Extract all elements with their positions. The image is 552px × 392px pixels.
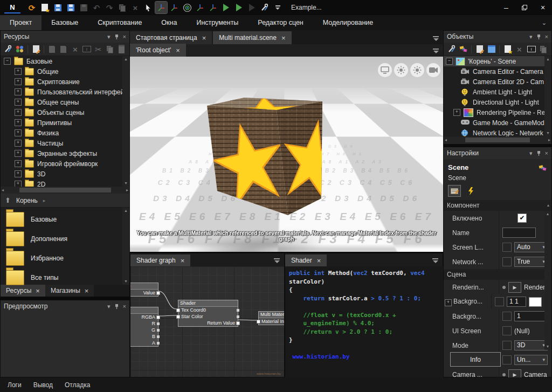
expand-icon[interactable]: + (15, 99, 22, 106)
multi-material-node[interactable]: Multi MateriaMaterial Ind (258, 311, 284, 325)
tab-list-icon[interactable] (433, 36, 439, 41)
redo-icon[interactable]: ↷ (104, 2, 115, 13)
tab-shader-graph[interactable]: Shader graph × (130, 255, 190, 266)
expand-icon[interactable]: + (15, 140, 22, 147)
close-icon[interactable]: × (545, 150, 548, 156)
collapse-icon[interactable]: − (446, 58, 453, 65)
object-item-root[interactable]: −'Корень' - Scene (444, 56, 544, 66)
close-icon[interactable]: × (85, 287, 89, 295)
play-scene-icon[interactable] (220, 2, 232, 13)
close-icon[interactable]: × (317, 257, 321, 265)
tab-ресурсы[interactable]: Ресурсы× (1, 285, 45, 297)
duplicate-icon[interactable] (538, 44, 548, 54)
lighting-icon[interactable] (394, 63, 408, 77)
restore-button[interactable] (515, 0, 534, 15)
sun-icon[interactable] (410, 63, 424, 77)
play-disabled-icon[interactable] (246, 2, 258, 13)
output-port[interactable] (157, 342, 160, 345)
output-port[interactable] (237, 322, 239, 325)
close-icon[interactable]: × (545, 34, 548, 40)
export-icon[interactable] (58, 44, 68, 54)
default-indicator[interactable] (502, 341, 512, 350)
close-icon[interactable]: × (123, 304, 126, 310)
tab-list-icon[interactable] (432, 258, 438, 263)
save-as-icon[interactable] (65, 2, 77, 13)
output-port[interactable] (157, 292, 160, 294)
default-indicator[interactable] (495, 297, 504, 306)
import-icon[interactable] (47, 44, 57, 54)
panel-menu-chevron-icon[interactable]: ▾ (529, 150, 533, 156)
tree-item-4[interactable]: +Общее сцены (1, 97, 122, 107)
input-port[interactable] (257, 320, 260, 323)
duplicate-icon[interactable] (116, 2, 128, 13)
transform-tool-icon[interactable] (207, 2, 219, 13)
minimize-button[interactable]: – (497, 0, 515, 15)
toolbar-overflow-icon[interactable] (272, 2, 284, 13)
info-button[interactable]: Info (450, 352, 501, 367)
shader-code-editor[interactable]: public int Method(vec2 texCoord0, vec4st… (285, 266, 446, 380)
tree-item-11[interactable]: +3D (1, 169, 122, 179)
color-swatch[interactable] (529, 297, 542, 307)
dropdown[interactable]: Auto▾ (514, 242, 548, 252)
scene-viewport[interactable]: G6 G7 G8 G1 G2 G3 G4 G5 G6H8 H1 H2 H3 H4… (130, 57, 443, 252)
new-child-icon[interactable]: ★ (502, 44, 513, 54)
input-port[interactable] (177, 315, 180, 318)
expand-icon[interactable]: + (15, 150, 22, 157)
play-game-icon[interactable] (233, 2, 245, 13)
tab-shader[interactable]: Shader × (285, 255, 327, 266)
tree-item-6[interactable]: +Примитивы (1, 118, 122, 128)
expand-icon[interactable]: + (15, 119, 22, 126)
shader-graph-canvas[interactable]: tor2 (get)ValueRGBARGBAShaderTex Coord0S… (130, 266, 284, 377)
pin-icon[interactable] (536, 150, 541, 156)
tree-item-12[interactable]: +2D (1, 179, 122, 187)
paste-icon[interactable] (116, 44, 127, 54)
up-arrow-icon[interactable]: ⬆ (5, 196, 11, 204)
rename-icon[interactable]: I (82, 44, 92, 54)
select-tool-icon[interactable] (142, 2, 154, 13)
close-icon[interactable]: × (36, 287, 40, 295)
dropdown[interactable]: 3D▾ (514, 340, 548, 350)
folder-list-vscrollbar[interactable]: ▴▾ (122, 208, 129, 285)
menu-item-6[interactable]: Редактор сцен (248, 15, 313, 30)
expand-reference-button[interactable]: ▶ (508, 282, 521, 293)
tree-item-1[interactable]: +Общие (1, 66, 122, 77)
tab-list-icon[interactable] (274, 258, 280, 263)
object-item-7[interactable]: Network Logic - Network (444, 128, 544, 136)
texture-sample-node[interactable]: RGBARGBA (130, 307, 158, 347)
cut-icon[interactable]: ✂ (93, 44, 104, 54)
dropdown[interactable]: Un...▾ (514, 355, 548, 365)
vector2-get-node[interactable]: tor2 (get)Value (130, 283, 158, 297)
tree-item-8[interactable]: +Частицы (1, 138, 122, 148)
folder-item-2[interactable]: Дополнения (1, 229, 122, 249)
move-tool-icon[interactable] (155, 2, 167, 13)
scroll-up-icon[interactable]: ▴ (547, 200, 549, 211)
default-indicator[interactable] (502, 326, 512, 335)
object-item-5[interactable]: +Rendering Pipeline - Ren (444, 107, 544, 118)
text-field[interactable]: 1 (514, 311, 548, 321)
rotate-tool-icon[interactable] (168, 2, 180, 13)
expand-icon[interactable]: + (15, 78, 22, 85)
default-indicator[interactable] (502, 355, 512, 365)
close-icon[interactable]: × (202, 34, 206, 42)
menu-chevron-down-icon[interactable]: ⌄ (542, 19, 547, 26)
output-port[interactable] (237, 309, 239, 312)
new-resource-icon[interactable] (15, 44, 25, 54)
tree-item-5[interactable]: +Объекты сцены (1, 107, 122, 118)
tree-item-3[interactable]: +Пользовательский интерфейс (1, 87, 122, 97)
menu-item-4[interactable]: Окна (151, 15, 187, 30)
delete-icon[interactable]: × (70, 44, 80, 54)
close-icon[interactable]: × (281, 34, 286, 42)
save-icon[interactable] (52, 2, 64, 13)
expand-icon[interactable]: + (15, 68, 22, 75)
close-icon[interactable]: × (123, 34, 126, 40)
copy-icon[interactable] (105, 44, 115, 54)
resources-tree-vscrollbar[interactable]: ▴▾ (122, 56, 129, 187)
menu-item-2[interactable]: Базовые (42, 15, 88, 30)
tree-item-9[interactable]: +Экранные эффекты (1, 148, 122, 159)
tree-item-7[interactable]: +Физика (1, 128, 122, 138)
new-resource-icon[interactable]: ★ (39, 2, 51, 13)
pin-icon[interactable] (536, 34, 541, 40)
text-field[interactable]: 1 1 (507, 297, 526, 307)
expand-icon[interactable]: + (15, 88, 22, 95)
scale-tool-icon[interactable] (194, 2, 206, 13)
